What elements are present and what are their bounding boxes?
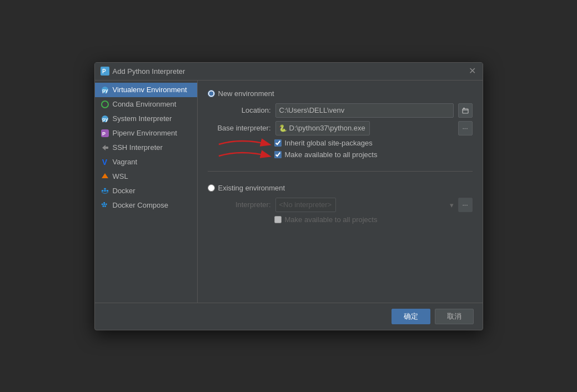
- svg-rect-17: [103, 203, 105, 205]
- interpreter-row: Interpreter: <No interpreter> ▾ ···: [210, 198, 473, 212]
- new-env-label[interactable]: New environment: [218, 89, 274, 98]
- existing-env-radio[interactable]: [208, 184, 215, 192]
- new-env-radio[interactable]: [208, 90, 215, 97]
- base-interpreter-label: Base interpreter:: [210, 124, 271, 132]
- existing-env-header: Existing environment: [208, 184, 473, 192]
- sidebar-label-pipenv: Pipenv Environment: [113, 129, 177, 137]
- vagrant-icon: V: [101, 158, 109, 167]
- svg-rect-14: [104, 188, 106, 189]
- location-row: Location:: [210, 103, 473, 118]
- wsl-icon: [101, 172, 109, 181]
- svg-rect-18: [103, 202, 105, 203]
- make-available-existing-checkbox[interactable]: [274, 216, 282, 223]
- make-available-existing-row: Make available to all projects: [274, 215, 473, 224]
- sidebar-label-virtualenv: Virtualenv Environment: [113, 86, 187, 94]
- base-interpreter-browse-button[interactable]: ···: [458, 121, 473, 135]
- svg-rect-13: [104, 190, 106, 192]
- existing-env-label[interactable]: Existing environment: [218, 184, 285, 192]
- svg-marker-11: [102, 173, 108, 178]
- close-button[interactable]: ✕: [468, 67, 477, 76]
- svg-text:py: py: [102, 117, 108, 122]
- section-divider: [208, 171, 473, 172]
- dialog-body: py Virtualenv Environment Conda Environm…: [95, 81, 483, 303]
- svg-text:P: P: [102, 68, 106, 74]
- svg-rect-20: [102, 205, 104, 207]
- base-interpreter-select-wrap: 🐍 D:\python37\python.exe ···: [275, 121, 473, 135]
- pipenv-icon: P: [101, 129, 109, 138]
- svg-marker-9: [102, 145, 106, 150]
- sidebar-label-ssh: SSH Interpreter: [113, 143, 163, 152]
- inherit-checkbox-row: Inherit global site-packages: [274, 139, 473, 147]
- interpreter-select[interactable]: <No interpreter>: [275, 198, 336, 212]
- interpreter-select-arrow: ▾: [450, 200, 454, 209]
- docker-icon: [101, 187, 109, 195]
- svg-rect-12: [101, 190, 103, 192]
- sidebar-item-vagrant[interactable]: V Vagrant: [95, 155, 197, 169]
- base-interpreter-row: Base interpreter: 🐍 D:\python37\python.e…: [210, 121, 473, 135]
- sidebar: py Virtualenv Environment Conda Environm…: [95, 81, 198, 303]
- interpreter-select-container: <No interpreter> ▾: [275, 198, 456, 212]
- inherit-checkbox[interactable]: [274, 139, 282, 147]
- make-available-new-checkbox[interactable]: [274, 151, 282, 158]
- system-icon: py: [101, 114, 109, 123]
- inherit-label[interactable]: Inherit global site-packages: [285, 139, 373, 147]
- location-label: Location:: [210, 106, 271, 114]
- main-content: New environment Location:: [198, 81, 483, 303]
- sidebar-label-conda: Conda Environment: [113, 100, 177, 108]
- base-interpreter-select[interactable]: D:\python37\python.exe: [275, 121, 370, 135]
- make-available-new-row: Make available to all projects: [274, 150, 473, 159]
- cancel-button[interactable]: 取消: [435, 309, 474, 324]
- sidebar-item-conda[interactable]: Conda Environment: [95, 97, 197, 112]
- add-interpreter-dialog: P Add Python Interpreter ✕ py Virtualenv…: [94, 62, 483, 330]
- svg-point-4: [102, 101, 108, 108]
- svg-text:P: P: [102, 131, 106, 137]
- sidebar-label-vagrant: Vagrant: [113, 158, 138, 166]
- sidebar-item-pipenv[interactable]: P Pipenv Environment: [95, 126, 197, 140]
- location-browse-button[interactable]: [458, 103, 473, 118]
- new-env-header: New environment: [208, 89, 473, 98]
- new-env-section: New environment Location:: [208, 89, 473, 159]
- ssh-icon: [101, 143, 109, 152]
- interpreter-browse-button[interactable]: ···: [458, 198, 473, 212]
- title-bar: P Add Python Interpreter ✕: [95, 63, 483, 81]
- browse-dots: ···: [462, 124, 468, 132]
- select-container: 🐍 D:\python37\python.exe: [275, 121, 456, 135]
- svg-rect-21: [104, 205, 106, 207]
- dialog-icon: P: [101, 67, 109, 76]
- sidebar-label-system: System Interpreter: [113, 114, 172, 123]
- svg-rect-15: [106, 190, 108, 192]
- svg-rect-10: [106, 147, 108, 149]
- sidebar-item-virtualenv[interactable]: py Virtualenv Environment: [95, 83, 197, 97]
- svg-rect-23: [463, 108, 465, 109]
- sidebar-label-docker: Docker: [113, 187, 136, 195]
- interpreter-select-wrap: <No interpreter> ▾ ···: [275, 198, 473, 212]
- make-available-existing-label[interactable]: Make available to all projects: [285, 215, 378, 224]
- sidebar-item-ssh[interactable]: SSH Interpreter: [95, 140, 197, 155]
- interpreter-browse-dots: ···: [462, 201, 468, 209]
- svg-rect-19: [105, 203, 107, 205]
- sidebar-item-wsl[interactable]: WSL: [95, 169, 197, 184]
- sidebar-item-docker[interactable]: Docker: [95, 184, 197, 198]
- interpreter-label: Interpreter:: [210, 200, 271, 209]
- sidebar-label-wsl: WSL: [113, 172, 128, 180]
- dialog-title: Add Python Interpreter: [113, 67, 465, 76]
- red-arrow-2: [213, 148, 274, 164]
- sidebar-item-docker-compose[interactable]: Docker Compose: [95, 198, 197, 213]
- location-input[interactable]: [275, 103, 454, 118]
- svg-text:py: py: [102, 88, 108, 93]
- sidebar-item-system[interactable]: py System Interpreter: [95, 112, 197, 126]
- svg-rect-16: [101, 203, 103, 205]
- docker-compose-icon: [101, 201, 109, 210]
- virtualenv-icon: py: [101, 86, 109, 94]
- ok-button[interactable]: 确定: [392, 309, 430, 324]
- existing-env-section: Existing environment Interpreter: <No in…: [208, 184, 473, 224]
- conda-icon: [101, 100, 109, 109]
- dialog-footer: 确定 取消: [95, 303, 483, 330]
- sidebar-label-docker-compose: Docker Compose: [113, 201, 168, 209]
- make-available-new-label[interactable]: Make available to all projects: [285, 150, 378, 159]
- svg-rect-22: [463, 109, 468, 113]
